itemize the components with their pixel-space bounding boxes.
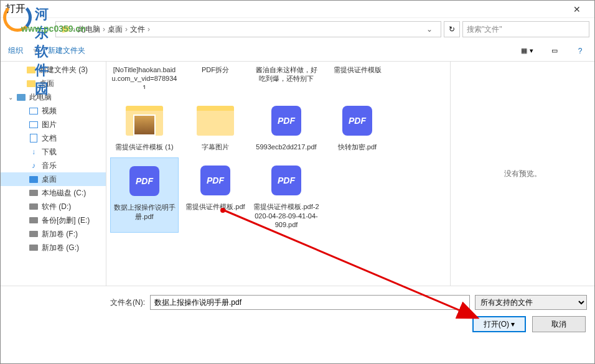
sidebar-item[interactable]: 本地磁盘 (C:) — [1, 186, 106, 200]
desktop-icon — [28, 174, 39, 184]
sidebar-item[interactable]: 软件 (D:) — [1, 200, 106, 213]
file-label: 数据上报操作说明手册.pdf — [112, 203, 177, 221]
sidebar-item-label: 下载 — [42, 147, 57, 157]
file-item[interactable]: PDF数据上报操作说明手册.pdf — [110, 157, 179, 233]
sidebar-item[interactable]: 新建文件夹 (3) — [1, 63, 106, 77]
file-item[interactable]: 需提供证件模板 (1) — [110, 98, 179, 155]
pdf-icon: PDF — [342, 106, 372, 136]
sidebar-item[interactable]: 桌面 — [1, 172, 106, 186]
breadcrumb-dropdown[interactable]: ⌄ — [423, 25, 436, 34]
sidebar-item-label: 此电脑 — [29, 92, 52, 103]
breadcrumb-part[interactable]: 桌面 — [108, 24, 123, 35]
doc-icon — [28, 133, 39, 143]
breadcrumb[interactable]: 📁 › 此电脑 › 桌面 › 文件 › ⌄ — [55, 21, 441, 37]
img-icon — [28, 119, 39, 129]
file-item[interactable]: 酱油自来这样做，好吃到爆，还特别下 — [252, 65, 321, 93]
view-button[interactable]: ▦ ▾ — [518, 44, 536, 58]
file-label: 需提供证件模板.pdf-2020-04-28-09-41-04-909.pdf — [253, 202, 319, 229]
search-input[interactable]: 搜索"文件" — [462, 21, 589, 37]
sidebar-item-label: 本地磁盘 (C:) — [42, 188, 86, 198]
sidebar-item-label: 新加卷 (G:) — [42, 243, 79, 253]
file-area: [NoTitle]haokan.baidu.com_v_vid=8789341P… — [106, 62, 594, 286]
file-label: 需提供证件模板.pdf — [185, 202, 245, 211]
sidebar-item[interactable]: 图片 — [1, 118, 106, 131]
new-folder-button[interactable]: 新建文件夹 — [48, 45, 85, 56]
pdf-icon: PDF — [200, 166, 230, 195]
sidebar-item-label: 桌面 — [42, 174, 57, 185]
file-item[interactable]: PDF需提供证件模板.pdf — [181, 157, 250, 233]
sidebar-item[interactable]: 下载 — [1, 145, 106, 159]
refresh-button[interactable]: ↻ — [444, 21, 460, 37]
filename-label: 文件名(N): — [8, 297, 145, 308]
sidebar-item[interactable]: 备份[勿删] (E:) — [1, 213, 106, 227]
filetype-select[interactable]: 所有支持的文件 — [475, 295, 587, 310]
sidebar-item-label: 音乐 — [42, 161, 57, 171]
organize-button[interactable]: 组织 — [8, 45, 23, 56]
folder-icon — [26, 65, 37, 75]
file-label: 5993ecb2dd217.pdf — [256, 142, 316, 151]
back-button[interactable]: ← — [6, 22, 21, 37]
no-preview-text: 没有预览。 — [504, 169, 541, 179]
pdf-icon: PDF — [271, 106, 301, 136]
file-item[interactable]: PDF5993ecb2dd217.pdf — [252, 98, 321, 155]
file-label: [NoTitle]haokan.baidu.com_v_vid=8789341 — [111, 65, 177, 89]
sidebar: 新建文件夹 (3)桌面⌄此电脑视频图片文档下载音乐桌面本地磁盘 (C:)软件 (… — [1, 62, 106, 286]
disk-icon — [28, 188, 39, 198]
pdf-icon: PDF — [129, 166, 159, 196]
sidebar-item-label: 新加卷 (F:) — [42, 229, 78, 240]
breadcrumb-part[interactable]: 文件 — [130, 24, 145, 35]
open-dialog: 打开 ✕ ← → ↑ 📁 › 此电脑 › 桌面 › 文件 › ⌄ ↻ 搜索"文件… — [0, 0, 595, 364]
file-label: 快转加密.pdf — [338, 142, 377, 151]
preview-button[interactable]: ▭ — [546, 44, 563, 58]
sidebar-item[interactable]: 视频 — [1, 104, 106, 118]
disk-icon — [28, 243, 39, 253]
preview-pane: 没有预览。 — [450, 62, 594, 286]
file-item[interactable]: PDF需提供证件模板.pdf-2020-04-28-09-41-04-909.p… — [252, 157, 321, 233]
file-item[interactable]: PDF拆分 — [181, 65, 250, 93]
sidebar-item[interactable]: 音乐 — [1, 159, 106, 172]
cancel-button[interactable]: 取消 — [532, 316, 586, 332]
music-icon — [28, 161, 39, 170]
file-label: 酱油自来这样做，好吃到爆，还特别下 — [253, 65, 319, 83]
file-item[interactable]: [NoTitle]haokan.baidu.com_v_vid=8789341 — [110, 65, 179, 93]
close-button[interactable]: ✕ — [565, 4, 589, 14]
video-icon — [28, 106, 39, 116]
up-button[interactable]: ↑ — [38, 22, 53, 37]
down-icon — [28, 147, 39, 157]
title-bar: 打开 ✕ — [1, 1, 594, 18]
toolbar: 组织 ▾ 新建文件夹 ▦ ▾ ▭ ? — [1, 40, 594, 62]
sidebar-item[interactable]: 桌面 — [1, 77, 106, 90]
file-label: 字幕图片 — [202, 142, 229, 151]
sidebar-item[interactable]: ⌄此电脑 — [1, 90, 106, 104]
sidebar-item[interactable]: 文档 — [1, 131, 106, 145]
forward-button[interactable]: → — [22, 22, 37, 37]
pdf-icon: PDF — [271, 166, 301, 195]
file-item[interactable]: PDF快转加密.pdf — [323, 98, 391, 155]
sidebar-item[interactable]: 新加卷 (F:) — [1, 227, 106, 241]
sidebar-item-label: 软件 (D:) — [42, 202, 71, 212]
folder-icon — [26, 78, 37, 88]
file-item[interactable]: 需提供证件模版 — [323, 65, 391, 93]
disk-icon — [28, 215, 39, 225]
sidebar-item-label: 新建文件夹 (3) — [39, 65, 88, 75]
sidebar-item-label: 桌面 — [39, 78, 54, 89]
disk-icon — [28, 202, 39, 212]
dialog-body: 新建文件夹 (3)桌面⌄此电脑视频图片文档下载音乐桌面本地磁盘 (C:)软件 (… — [1, 62, 594, 286]
sidebar-item-label: 文档 — [42, 133, 57, 144]
bottom-panel: 文件名(N): 所有支持的文件 打开(O) ▾ 取消 — [1, 286, 594, 341]
breadcrumb-part[interactable]: 此电脑 — [78, 24, 100, 35]
folder-icon — [126, 106, 163, 136]
file-item[interactable]: 字幕图片 — [181, 98, 250, 155]
file-label: 需提供证件模板 (1) — [115, 142, 174, 151]
file-label: PDF拆分 — [202, 65, 229, 74]
file-grid[interactable]: [NoTitle]haokan.baidu.com_v_vid=8789341P… — [106, 62, 450, 286]
sidebar-item-label: 图片 — [42, 119, 57, 130]
filename-input[interactable] — [150, 295, 470, 310]
file-label: 需提供证件模版 — [334, 65, 382, 74]
sidebar-item-label: 备份[勿删] (E:) — [42, 215, 90, 226]
pc-icon — [16, 92, 27, 102]
sidebar-item[interactable]: 新加卷 (G:) — [1, 241, 106, 254]
help-button[interactable]: ? — [573, 44, 587, 58]
open-button[interactable]: 打开(O) ▾ — [472, 316, 526, 332]
dialog-title: 打开 — [6, 2, 26, 16]
